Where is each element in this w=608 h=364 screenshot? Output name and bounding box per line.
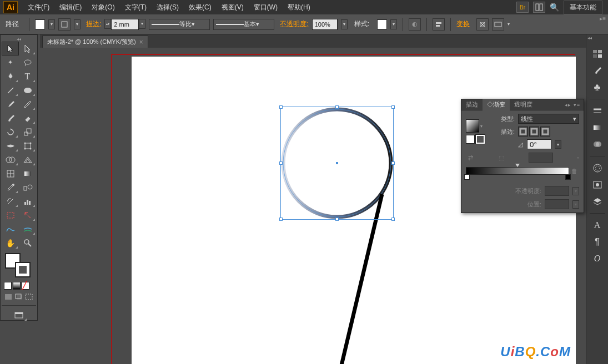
gradient-fill-toggle[interactable]: [466, 135, 475, 144]
ellipse-tool[interactable]: [19, 83, 36, 97]
slice-tool[interactable]: [19, 208, 36, 222]
type-tool[interactable]: T: [19, 69, 36, 83]
stroke-color-swatch[interactable]: [15, 262, 31, 277]
gradient-stop-end[interactable]: [565, 174, 571, 180]
arrange-documents-icon[interactable]: [533, 2, 545, 13]
stroke-width-input[interactable]: [111, 19, 139, 30]
swap-fill-stroke-icon[interactable]: [58, 18, 71, 31]
perspective-grid-tool[interactable]: [19, 153, 36, 166]
stroke-panel-tab[interactable]: 描边: [461, 99, 483, 110]
stroke-panel-icon[interactable]: [590, 104, 605, 118]
menu-select[interactable]: 选择(S): [152, 1, 183, 14]
transparency-panel-icon[interactable]: [590, 137, 605, 151]
stroke-swatch-dropdown[interactable]: ▾: [74, 19, 81, 29]
opacity-label[interactable]: 不透明度:: [280, 19, 308, 29]
symbols-panel-icon[interactable]: ♣: [590, 80, 605, 94]
line-segment-tool[interactable]: [2, 83, 19, 97]
smooth-tool[interactable]: [19, 222, 36, 236]
color-mode-color[interactable]: [4, 282, 12, 290]
delete-stop-icon[interactable]: 🗑: [571, 168, 579, 174]
transform-panel-icon[interactable]: [492, 18, 504, 31]
color-mode-gradient[interactable]: [13, 282, 21, 290]
blend-tool[interactable]: [19, 180, 36, 194]
direct-selection-tool[interactable]: [19, 42, 36, 55]
brush-definition[interactable]: 基本▾: [213, 19, 274, 30]
lasso-tool[interactable]: [19, 55, 36, 69]
scale-tool[interactable]: [19, 125, 36, 139]
transparency-panel-tab[interactable]: 透明度: [510, 99, 537, 110]
draw-normal-icon[interactable]: [4, 293, 13, 302]
eraser-tool[interactable]: [19, 111, 36, 125]
gradient-panel-tab[interactable]: ◇渐变: [483, 99, 510, 110]
layers-panel-icon[interactable]: [590, 194, 605, 209]
stroke-label[interactable]: 描边:: [86, 19, 101, 29]
graphic-style-swatch[interactable]: [377, 19, 387, 29]
menu-type[interactable]: 文字(T): [120, 1, 151, 14]
column-graph-tool[interactable]: [19, 194, 36, 208]
stroke-gradient-within-icon[interactable]: [518, 127, 528, 136]
graphic-styles-panel-icon[interactable]: [590, 178, 605, 192]
gradient-panel-icon[interactable]: [590, 120, 605, 135]
stroke-width-stepper[interactable]: ▴▾: [104, 19, 111, 29]
paintbrush-tool[interactable]: [2, 97, 19, 111]
character-panel-icon[interactable]: A: [590, 218, 605, 232]
stroke-width-dropdown[interactable]: ▾: [139, 19, 145, 29]
recolor-artwork-icon[interactable]: ◐: [409, 18, 421, 31]
panel-menu-icon[interactable]: ◂▸ ▾≡: [565, 102, 580, 108]
menu-edit[interactable]: 编辑(E): [55, 1, 86, 14]
gradient-stop-start[interactable]: [464, 174, 470, 180]
reverse-gradient-icon[interactable]: ⇄: [466, 154, 475, 161]
rotate-tool[interactable]: [2, 125, 19, 139]
gradient-preview-swatch[interactable]: [466, 119, 479, 133]
transform-label[interactable]: 变换: [456, 19, 470, 29]
gradient-angle-input[interactable]: [527, 139, 551, 149]
paragraph-panel-icon[interactable]: ¶: [590, 235, 605, 249]
appearance-panel-icon[interactable]: [590, 161, 605, 175]
expand-panels-icon[interactable]: ◂◂: [587, 36, 592, 41]
draw-inside-icon[interactable]: [24, 293, 34, 302]
hand-tool[interactable]: ✋: [2, 236, 19, 250]
stroke-gradient-across-icon[interactable]: [540, 127, 550, 136]
stroke-gradient-along-icon[interactable]: [529, 127, 539, 136]
screen-mode-icon[interactable]: [10, 308, 28, 322]
brushes-panel-icon[interactable]: [590, 63, 605, 78]
gradient-type-select[interactable]: 线性▾: [518, 114, 579, 124]
bridge-icon[interactable]: Br: [516, 2, 529, 13]
artboard-tool[interactable]: [2, 208, 19, 222]
menu-file[interactable]: 文件(F): [23, 1, 54, 14]
gradient-slider[interactable]: [466, 167, 569, 175]
menu-effect[interactable]: 效果(C): [184, 1, 216, 14]
fill-dropdown[interactable]: ▾: [48, 19, 55, 29]
symbol-sprayer-tool[interactable]: [2, 194, 19, 208]
opacity-input[interactable]: [312, 19, 338, 30]
pen-tool[interactable]: [2, 69, 19, 83]
free-transform-tool[interactable]: [19, 139, 36, 153]
close-tab-icon[interactable]: ×: [139, 38, 143, 46]
shape-builder-tool[interactable]: [2, 153, 19, 166]
blob-brush-tool[interactable]: [2, 111, 19, 125]
magic-wand-tool[interactable]: ✦: [2, 55, 19, 69]
controlbar-expand-icon[interactable]: ▸≡: [600, 16, 606, 22]
toolbox-collapse-icon[interactable]: ◂◂: [2, 36, 36, 42]
color-mode-none[interactable]: ╱: [22, 282, 29, 290]
menu-help[interactable]: 帮助(H): [283, 1, 315, 14]
document-tab[interactable]: 未标题-2* @ 100% (CMYK/预览) ×: [42, 36, 148, 48]
curvature-tool[interactable]: [2, 222, 19, 236]
zoom-tool[interactable]: [19, 236, 36, 250]
draw-behind-icon[interactable]: [14, 293, 24, 302]
opentype-panel-icon[interactable]: O: [590, 251, 605, 266]
variable-width-profile[interactable]: 等比▾: [149, 19, 210, 30]
opacity-dropdown[interactable]: ▾: [341, 19, 348, 29]
isolate-icon[interactable]: [476, 18, 489, 31]
swatches-panel-icon[interactable]: [590, 47, 605, 61]
gradient-angle-dropdown[interactable]: ▾: [555, 140, 561, 149]
gradient-tool[interactable]: [19, 166, 36, 180]
eyedropper-tool[interactable]: [2, 180, 19, 194]
menu-object[interactable]: 对象(O): [87, 1, 119, 14]
graphic-style-dropdown[interactable]: ▾: [390, 19, 397, 29]
pencil-tool[interactable]: [19, 97, 36, 111]
fill-swatch[interactable]: [35, 19, 45, 29]
menu-window[interactable]: 窗口(W): [249, 1, 282, 14]
align-icon[interactable]: [433, 18, 445, 31]
mesh-tool[interactable]: [2, 166, 19, 180]
